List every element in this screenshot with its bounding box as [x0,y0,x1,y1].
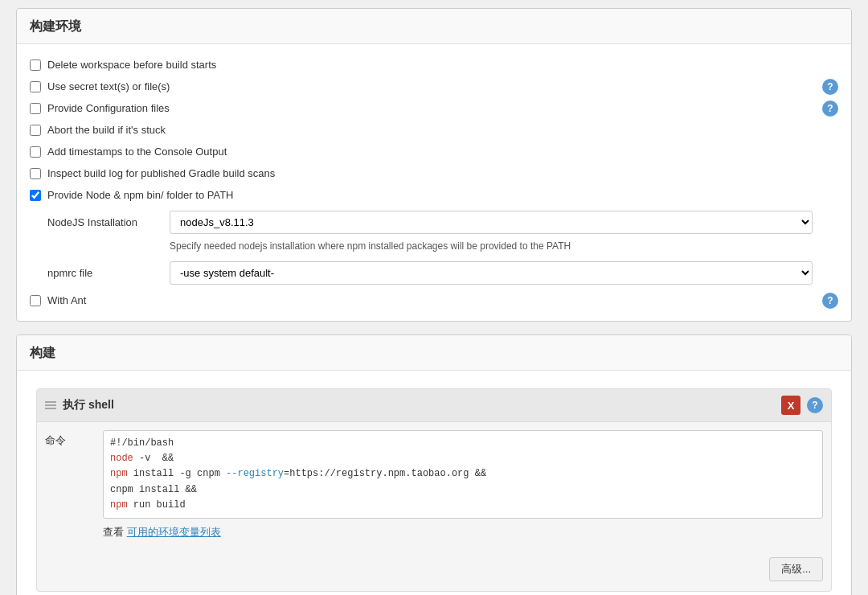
command-label: 命令 [45,430,93,448]
use-secret-help-icon[interactable]: ? [822,79,838,95]
with-ant-checkbox[interactable] [30,295,41,306]
env-link-row: 查看 可用的环境变量列表 [103,519,823,543]
page-wrapper: 构建环境 Delete workspace before build start… [0,0,868,595]
shell-title-area: 执行 shell [45,398,114,412]
shell-header: 执行 shell X ? [37,389,831,422]
build-env-content: Delete workspace before build starts Use… [17,44,851,321]
shell-close-button[interactable]: X [781,396,800,415]
provide-config-help-icon[interactable]: ? [822,101,838,117]
abort-build-checkbox[interactable] [30,125,41,136]
inspect-build-log-label[interactable]: Inspect build log for published Gradle b… [47,167,275,179]
delete-workspace-checkbox[interactable] [30,60,41,71]
command-row: 命令 #!/bin/bashnode -v &&npm install -g c… [45,430,823,519]
npmrc-select[interactable]: -use system default- [170,261,813,285]
shell-body: 命令 #!/bin/bashnode -v &&npm install -g c… [37,422,831,551]
shell-block: 执行 shell X ? 命令 #!/bin/bashnode -v &&npm… [36,388,832,592]
abort-build-label[interactable]: Abort the build if it's stuck [47,124,166,136]
build-section: 构建 执行 shell X ? [16,334,852,595]
command-code-display[interactable]: #!/bin/bashnode -v &&npm install -g cnpm… [103,430,823,519]
delete-workspace-label[interactable]: Delete workspace before build starts [47,59,216,71]
checkbox-row-1: Delete workspace before build starts [30,54,838,76]
nodejs-hint: Specify needed nodejs installation where… [152,239,838,256]
nodejs-installation-label: NodeJS Installation [47,216,160,228]
with-ant-help-icon[interactable]: ? [822,293,838,309]
advanced-button[interactable]: 高级... [769,557,823,581]
with-ant-row: With Ant ? [30,289,838,311]
checkbox-row-4: Abort the build if it's stuck [30,119,838,141]
nodejs-installation-row: NodeJS Installation nodeJs_v8.11.3 [30,206,838,239]
shell-help-icon[interactable]: ? [807,397,823,413]
checkbox-row-3: Provide Configuration files ? [30,97,838,119]
provide-node-checkbox[interactable] [30,190,41,201]
build-env-section: 构建环境 Delete workspace before build start… [16,8,852,322]
build-title: 构建 [17,335,851,371]
use-secret-label[interactable]: Use secret text(s) or file(s) [47,80,170,92]
add-timestamps-checkbox[interactable] [30,146,41,158]
build-env-title: 构建环境 [17,9,851,44]
checkbox-row-7: Provide Node & npm bin/ folder to PATH [30,184,838,206]
use-secret-checkbox[interactable] [30,81,41,92]
npmrc-label: npmrc file [47,267,160,279]
provide-config-checkbox[interactable] [30,103,41,114]
shell-title: 执行 shell [63,398,114,412]
checkbox-row-6: Inspect build log for published Gradle b… [30,162,838,184]
checkbox-row-5: Add timestamps to the Console Output [30,141,838,162]
inspect-build-log-checkbox[interactable] [30,168,41,179]
nodejs-installation-select[interactable]: nodeJs_v8.11.3 [170,211,813,234]
checkbox-row-2: Use secret text(s) or file(s) ? [30,76,838,97]
env-link[interactable]: 可用的环境变量列表 [127,526,221,538]
shell-header-right: X ? [781,396,823,415]
build-content: 执行 shell X ? 命令 #!/bin/bashnode -v &&npm… [17,371,851,595]
env-link-prefix: 查看 [103,526,127,538]
drag-handle[interactable] [45,401,56,409]
provide-node-label[interactable]: Provide Node & npm bin/ folder to PATH [47,189,233,201]
advanced-row: 高级... [37,551,831,591]
add-timestamps-label[interactable]: Add timestamps to the Console Output [47,146,227,158]
with-ant-label[interactable]: With Ant [47,294,86,306]
provide-config-label[interactable]: Provide Configuration files [47,102,170,114]
npmrc-row: npmrc file -use system default- [30,256,838,289]
